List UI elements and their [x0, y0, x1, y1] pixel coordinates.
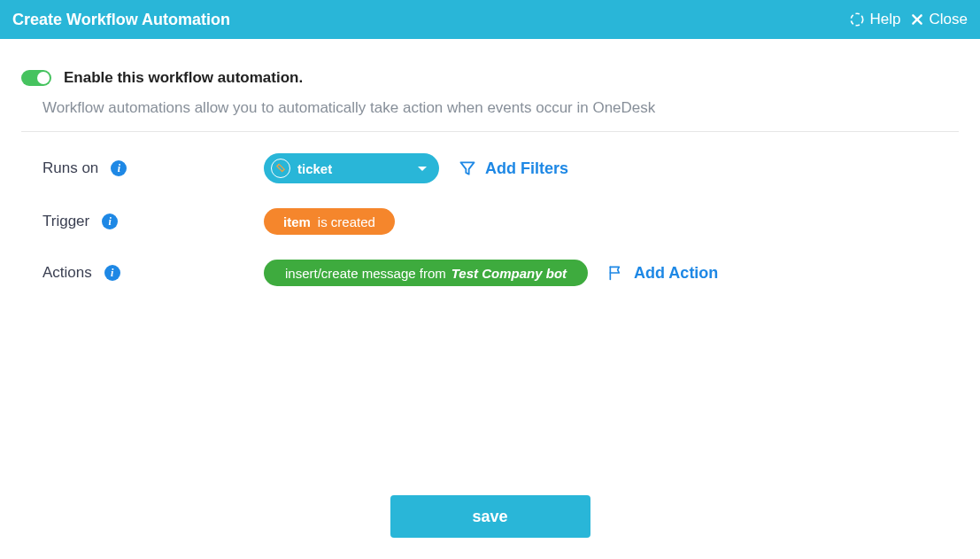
add-action-label: Add Action	[634, 264, 718, 283]
trigger-subject: item	[283, 214, 311, 229]
header-actions: Help Close	[849, 11, 968, 28]
dialog-footer: save	[0, 495, 980, 538]
runs-on-label: Runs on	[42, 159, 98, 177]
close-label: Close	[930, 11, 968, 28]
save-button[interactable]: save	[390, 495, 590, 538]
help-icon	[849, 12, 865, 27]
divider	[21, 131, 959, 132]
svg-point-0	[851, 13, 863, 26]
form-area: Runs on ticket	[21, 153, 959, 286]
dialog-body: Enable this workflow automation. Workflo…	[0, 39, 980, 286]
help-button[interactable]: Help	[849, 11, 901, 28]
close-button[interactable]: Close	[910, 11, 968, 28]
actions-label: Actions	[42, 264, 92, 282]
chevron-down-icon	[418, 167, 427, 171]
enable-row: Enable this workflow automation.	[21, 69, 959, 87]
add-action-button[interactable]: Add Action	[607, 264, 718, 283]
action-prefix: insert/create message from	[285, 266, 446, 281]
actions-row: Actions insert/create message from Test …	[42, 260, 959, 286]
ticket-icon	[271, 159, 290, 178]
action-source: Test Company bot	[451, 266, 567, 281]
flag-icon	[607, 264, 625, 282]
trigger-row: Trigger item is created	[42, 208, 959, 235]
enable-label: Enable this workflow automation.	[64, 69, 303, 87]
dialog-title: Create Workflow Automation	[12, 11, 230, 29]
info-icon[interactable]	[111, 160, 127, 176]
runs-on-row: Runs on ticket	[42, 153, 959, 183]
trigger-predicate: is created	[318, 214, 375, 229]
runs-on-select[interactable]: ticket	[264, 153, 439, 183]
trigger-label: Trigger	[42, 213, 89, 230]
close-icon	[910, 12, 924, 27]
add-filters-label: Add Filters	[485, 159, 568, 178]
info-icon[interactable]	[102, 214, 118, 229]
action-pill[interactable]: insert/create message from Test Company …	[264, 260, 588, 286]
runs-on-value: ticket	[297, 161, 332, 176]
filter-icon	[459, 159, 476, 177]
trigger-pill[interactable]: item is created	[264, 208, 395, 235]
svg-marker-3	[461, 162, 475, 174]
enable-toggle[interactable]	[21, 70, 51, 86]
dialog-header: Create Workflow Automation Help Close	[0, 0, 980, 39]
description-text: Workflow automations allow you to automa…	[42, 99, 959, 117]
toggle-knob	[37, 72, 50, 84]
add-filters-button[interactable]: Add Filters	[459, 159, 568, 178]
help-label: Help	[870, 11, 901, 28]
info-icon[interactable]	[104, 265, 120, 281]
